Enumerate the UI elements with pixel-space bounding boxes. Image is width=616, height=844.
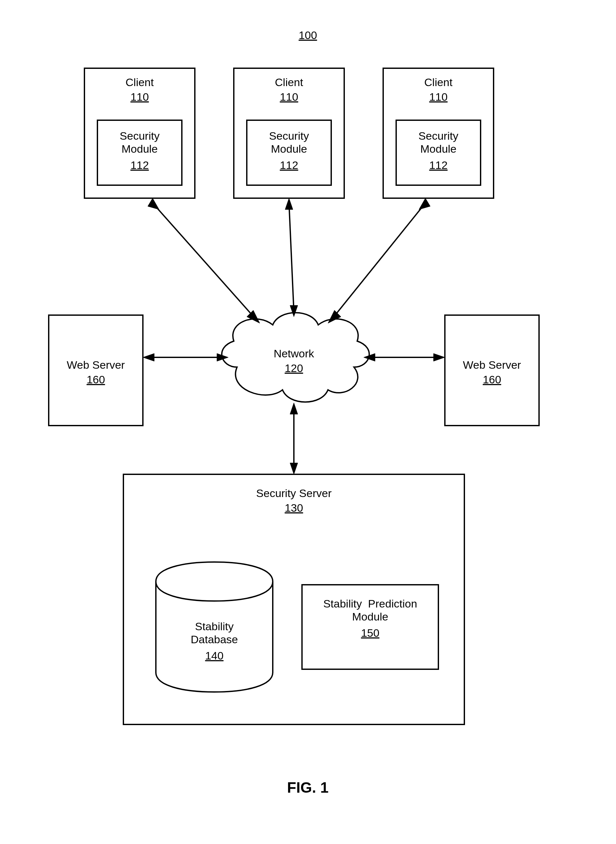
- client-label: Client: [126, 76, 154, 88]
- web-server-left: Web Server 160: [49, 315, 143, 426]
- diagram-canvas: 100 Client 110 Security Module 112 Clien…: [0, 0, 616, 844]
- svg-line-16: [331, 203, 425, 320]
- security-server-ref: 130: [285, 502, 303, 514]
- connector-client1-network: [148, 198, 260, 323]
- web-server-ref: 160: [483, 373, 502, 386]
- web-server-ref: 160: [87, 373, 105, 386]
- network-ref: 120: [285, 362, 303, 374]
- client-ref: 110: [280, 91, 298, 103]
- client-ref: 110: [429, 91, 448, 103]
- security-module-label-line1: Security: [419, 130, 459, 142]
- stability-database: Stability Database 140: [156, 562, 273, 692]
- client-box-1: Client 110 Security Module 112: [84, 68, 195, 198]
- prediction-label-line1: Stability Prediction: [323, 597, 417, 610]
- client-box-3: Client 110 Security Module 112: [383, 68, 494, 198]
- security-module-label-line1: Security: [120, 130, 160, 142]
- web-server-right: Web Server 160: [445, 315, 539, 426]
- security-module-label-line1: Security: [269, 130, 309, 142]
- prediction-label-line2: Module: [352, 611, 389, 623]
- database-ref: 140: [205, 649, 224, 662]
- database-label-line2: Database: [191, 633, 238, 646]
- connector-network-securityserver: [290, 403, 298, 474]
- security-module-ref: 112: [429, 159, 448, 171]
- svg-line-10: [153, 203, 257, 320]
- security-module-ref: 112: [280, 159, 298, 171]
- figure-caption: FIG. 1: [287, 779, 329, 796]
- prediction-ref: 150: [361, 627, 380, 639]
- svg-marker-26: [290, 403, 298, 414]
- svg-marker-14: [285, 198, 293, 210]
- connector-client3-network: [328, 198, 430, 323]
- svg-marker-11: [148, 198, 159, 210]
- network-label: Network: [274, 347, 315, 360]
- network-cloud: Network 120: [222, 313, 369, 402]
- client-label: Client: [424, 76, 453, 88]
- figure-reference: 100: [299, 29, 317, 41]
- security-server-label: Security Server: [256, 487, 331, 499]
- stability-prediction-module: Stability Prediction Module 150: [302, 585, 439, 669]
- web-server-label: Web Server: [463, 359, 521, 371]
- svg-line-13: [289, 203, 294, 312]
- svg-marker-17: [419, 198, 430, 210]
- connector-webserver-left-network: [143, 354, 228, 361]
- security-server-box: Security Server 130 Stability Database 1…: [123, 474, 464, 724]
- database-label-line1: Stability: [195, 620, 233, 633]
- connector-client2-network: [285, 198, 298, 317]
- svg-marker-27: [290, 463, 298, 474]
- security-module-label-line2: Module: [122, 142, 158, 155]
- client-box-2: Client 110 Security Module 112: [234, 68, 344, 198]
- connector-webserver-right-network: [364, 354, 445, 361]
- security-module-label-line2: Module: [271, 142, 307, 155]
- security-module-ref: 112: [131, 159, 149, 171]
- security-module-label-line2: Module: [420, 142, 456, 155]
- web-server-label: Web Server: [67, 359, 125, 371]
- svg-marker-24: [434, 354, 445, 361]
- svg-marker-20: [143, 354, 154, 361]
- client-ref: 110: [131, 91, 149, 103]
- client-label: Client: [275, 76, 303, 88]
